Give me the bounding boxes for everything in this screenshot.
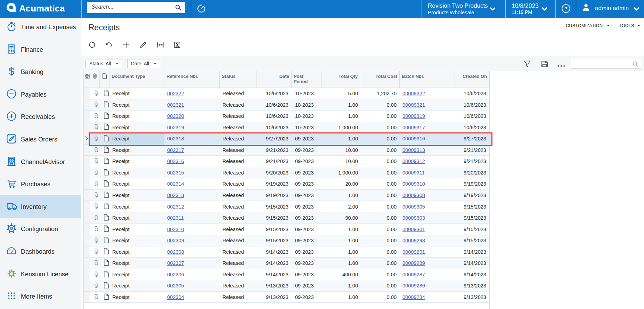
svg-text:$: $	[9, 66, 14, 76]
svg-text:X: X	[176, 42, 179, 48]
svg-text:?: ?	[564, 6, 568, 11]
